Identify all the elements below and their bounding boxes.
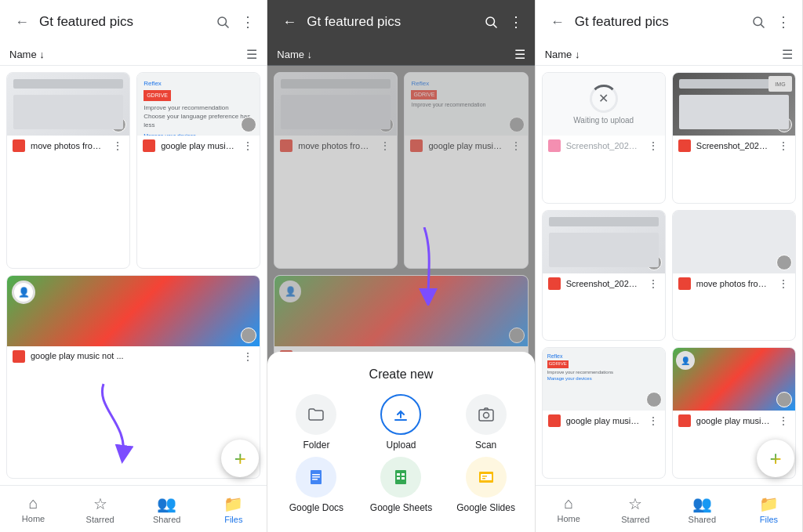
- file-card[interactable]: Reflex GDRIVE Improve your recommendatio…: [542, 347, 666, 479]
- gslides-icon-circle: [466, 457, 507, 498]
- file-thumbnail: Reflex GDRIVE Improve your recommendatio…: [137, 73, 260, 136]
- upload-icon: [391, 405, 410, 424]
- file-type-icon: [678, 414, 692, 428]
- svg-rect-20: [397, 477, 400, 480]
- left-sort-label[interactable]: Name ↓: [9, 49, 45, 60]
- file-more-button[interactable]: ⋮: [646, 139, 660, 153]
- file-more-button[interactable]: ⋮: [776, 139, 790, 153]
- file-type-icon: [678, 139, 692, 153]
- svg-rect-15: [312, 476, 320, 478]
- file-thumbnail: [7, 73, 129, 136]
- right-list-view-icon[interactable]: ☰: [782, 47, 793, 62]
- left-list-view-icon[interactable]: ☰: [246, 47, 257, 62]
- file-card[interactable]: 👤 google play music not ... ⋮: [6, 275, 260, 480]
- waiting-text: Waiting to upload: [573, 116, 634, 125]
- right-search-button[interactable]: [747, 11, 769, 33]
- file-avatar: [241, 328, 256, 343]
- middle-more-button[interactable]: ⋮: [505, 11, 527, 33]
- file-card[interactable]: move photos from email ... ⋮: [6, 72, 130, 269]
- modal-row2: Google Docs Google Sheets Google Slides: [280, 457, 521, 513]
- nav-starred[interactable]: ☆ Starred: [602, 486, 669, 532]
- middle-title: Gt featured pics: [307, 14, 476, 30]
- file-thumbnail: [543, 211, 665, 273]
- google-sheets-icon: [391, 468, 410, 487]
- middle-search-button[interactable]: [480, 11, 502, 33]
- svg-point-5: [486, 17, 495, 26]
- file-card[interactable]: move photos from email ... ⋮: [672, 210, 796, 342]
- svg-rect-24: [482, 476, 487, 477]
- nav-starred-label: Starred: [86, 515, 114, 524]
- file-card[interactable]: IMG Screenshot_20210321-... ⋮: [672, 72, 796, 204]
- red-file-icon: [143, 139, 155, 152]
- folder-label: Folder: [303, 440, 329, 451]
- file-card: move photos from email ... ⋮: [274, 72, 398, 269]
- files-icon: 📁: [759, 494, 779, 513]
- nav-starred[interactable]: ☆ Starred: [67, 486, 133, 532]
- nav-files[interactable]: 📁 Files: [200, 486, 267, 532]
- right-fab-button[interactable]: +: [757, 440, 794, 477]
- scan-label: Scan: [475, 440, 496, 451]
- left-bottom-nav: ⌂ Home ☆ Starred 👥 Shared 📁 Files: [0, 485, 267, 532]
- file-more-button[interactable]: ⋮: [646, 277, 660, 291]
- left-back-button[interactable]: ←: [11, 11, 33, 33]
- svg-rect-23: [481, 474, 492, 480]
- svg-rect-10: [394, 419, 407, 421]
- middle-back-button[interactable]: ←: [278, 11, 300, 33]
- modal-googleslides-button[interactable]: Google Slides: [450, 457, 522, 513]
- svg-point-0: [218, 17, 227, 26]
- right-back-button[interactable]: ←: [547, 11, 569, 33]
- waiting-card[interactable]: ✕ Waiting to upload Screenshot_20210321-…: [542, 72, 666, 204]
- file-card: Reflex GDRIVE Improve your recommendatio…: [404, 72, 528, 269]
- file-more-button[interactable]: ⋮: [241, 139, 255, 153]
- file-card[interactable]: Reflex GDRIVE Improve your recommendatio…: [136, 72, 260, 269]
- modal-googlesheets-button[interactable]: Google Sheets: [365, 457, 437, 513]
- file-avatar: [509, 328, 525, 343]
- file-more-button[interactable]: ⋮: [776, 414, 790, 428]
- modal-googledocs-button[interactable]: Google Docs: [280, 457, 352, 513]
- modal-scan-button[interactable]: Scan: [450, 394, 522, 451]
- red-file-icon: [13, 350, 25, 363]
- fab-button[interactable]: +: [221, 440, 259, 477]
- nav-files[interactable]: 📁 Files: [736, 486, 802, 532]
- middle-list-view-icon[interactable]: ☰: [514, 47, 525, 62]
- red-file-icon: [678, 277, 691, 290]
- file-more-button[interactable]: ⋮: [776, 277, 790, 291]
- nav-home-label: Home: [22, 514, 45, 523]
- camera-icon: [477, 405, 496, 424]
- svg-rect-14: [312, 474, 320, 476]
- left-search-button[interactable]: [212, 11, 234, 33]
- svg-rect-17: [395, 470, 406, 484]
- file-more-button[interactable]: ⋮: [111, 139, 125, 153]
- right-sort-label[interactable]: Name ↓: [545, 49, 580, 60]
- file-avatar: [509, 117, 525, 132]
- nav-shared-label: Shared: [689, 515, 716, 524]
- search-icon: [216, 15, 230, 29]
- shared-icon: 👥: [692, 494, 712, 513]
- file-avatar: [776, 255, 792, 270]
- file-thumbnail: Reflex GDRIVE Improve your recommendatio…: [543, 348, 665, 411]
- nav-home[interactable]: ⌂ Home: [0, 486, 67, 532]
- right-more-button[interactable]: ⋮: [772, 11, 794, 33]
- middle-panel: ← Gt featured pics ⋮ Name ↓ ☰ move photo…: [267, 0, 535, 532]
- file-more-button[interactable]: ⋮: [646, 414, 660, 428]
- file-card[interactable]: Screenshot_20210321-... ⋮: [542, 210, 666, 342]
- file-info: google play music not ... ⋮: [137, 136, 260, 156]
- middle-sort-label[interactable]: Name ↓: [277, 49, 312, 60]
- file-type-icon: [142, 139, 156, 153]
- file-more-button: ⋮: [378, 139, 392, 153]
- file-name: google play music not ...: [161, 140, 236, 151]
- nav-shared[interactable]: 👥 Shared: [669, 486, 736, 532]
- modal-upload-button[interactable]: Upload: [365, 394, 437, 451]
- file-avatar: [646, 392, 662, 407]
- modal-folder-button[interactable]: Folder: [280, 394, 352, 451]
- nav-home[interactable]: ⌂ Home: [536, 486, 602, 532]
- gsheets-icon-circle: [380, 457, 421, 498]
- waiting-circle: ✕: [590, 85, 618, 113]
- left-more-button[interactable]: ⋮: [237, 11, 259, 33]
- file-name: Screenshot_20210321-...: [696, 140, 772, 151]
- right-bottom-nav: ⌂ Home ☆ Starred 👥 Shared 📁 Files: [536, 485, 802, 532]
- file-type-icon: [678, 277, 692, 291]
- nav-shared[interactable]: 👥 Shared: [133, 486, 200, 532]
- svg-rect-33: [678, 414, 691, 427]
- file-more-button[interactable]: ⋮: [241, 349, 255, 364]
